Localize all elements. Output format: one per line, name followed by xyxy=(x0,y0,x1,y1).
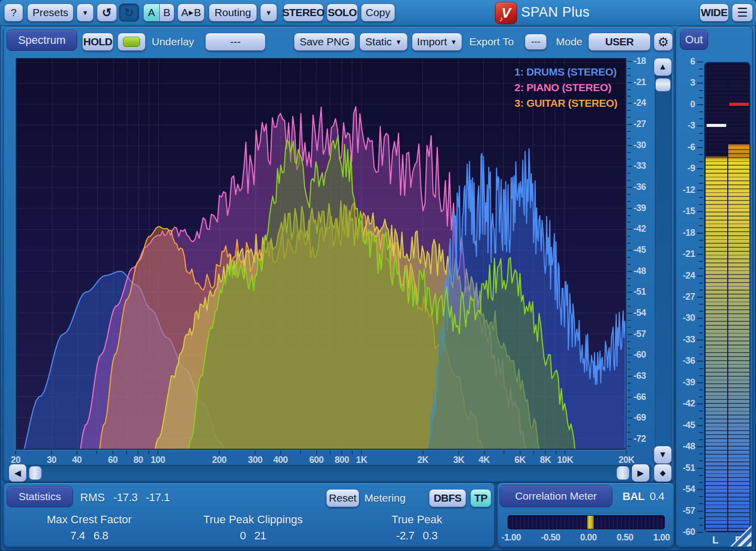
db-axis-tick xyxy=(627,348,631,349)
freq-axis-tick xyxy=(503,451,505,454)
db-axis-tick xyxy=(627,173,631,174)
db-axis-tick xyxy=(627,390,631,391)
freq-axis-tick xyxy=(138,451,139,454)
freq-axis-label: 4K xyxy=(479,455,490,465)
db-axis-tick xyxy=(627,159,631,160)
db-axis-label: -24 xyxy=(634,98,654,108)
db-axis-label: -42 xyxy=(634,224,654,234)
scroll-up-button[interactable]: ▲ xyxy=(654,58,672,76)
correlation-bar[interactable] xyxy=(508,515,665,529)
meter-tick xyxy=(699,354,703,355)
db-axis-tick xyxy=(627,180,631,181)
correlation-bar-hatch xyxy=(508,516,664,529)
v-scrollbar-track[interactable] xyxy=(655,58,672,466)
export-to-select[interactable]: --- xyxy=(525,34,547,50)
freq-axis-tick xyxy=(96,451,97,454)
ab-toggle-b[interactable]: B xyxy=(160,7,174,19)
db-axis-label: -30 xyxy=(634,140,654,151)
correlation-scale-label: 0.00 xyxy=(580,532,597,543)
tab-out[interactable]: Out xyxy=(680,30,708,50)
tab-spectrum[interactable]: Spectrum xyxy=(7,30,77,51)
db-axis-tick xyxy=(627,397,632,398)
down-triangle-icon: ▼ xyxy=(659,450,667,460)
meter-segments xyxy=(706,63,727,531)
db-axis-tick xyxy=(627,334,632,335)
static-dropdown[interactable]: Static▼ xyxy=(359,33,408,51)
help-button[interactable]: ? xyxy=(4,4,23,22)
meter-scale-label: -21 xyxy=(676,249,695,259)
db-axis-label: -45 xyxy=(634,245,654,255)
presets-button[interactable]: Presets xyxy=(27,4,74,22)
h-scrollbar-thumb-left[interactable] xyxy=(29,466,42,480)
meter-scale-label: 0 xyxy=(676,99,695,110)
underlay-select[interactable]: --- xyxy=(205,33,266,51)
dbfs-button[interactable]: DBFS xyxy=(429,489,466,507)
db-axis-tick xyxy=(627,264,631,265)
meter-tick xyxy=(697,61,703,62)
meter-scale-label: -15 xyxy=(676,206,695,217)
peak-marker-R xyxy=(729,103,749,106)
correlation-scale-label: 0.50 xyxy=(616,532,633,543)
routing-dropdown-button[interactable]: ▼ xyxy=(260,4,277,22)
scroll-left-button[interactable]: ◀ xyxy=(9,464,27,482)
left-triangle-icon: ◀ xyxy=(14,468,21,478)
import-dropdown[interactable]: Import▼ xyxy=(412,33,462,51)
mode-select[interactable]: USER xyxy=(588,33,651,51)
save-png-button[interactable]: Save PNG xyxy=(294,33,355,51)
scroll-down-button[interactable]: ▼ xyxy=(654,446,672,464)
h-scrollbar-track[interactable] xyxy=(9,465,652,481)
meter-tick xyxy=(699,183,703,184)
wide-button[interactable]: WIDE xyxy=(700,4,729,22)
tab-correlation-meter[interactable]: Correlation Meter xyxy=(499,485,612,507)
ab-toggle[interactable]: A B xyxy=(143,4,174,22)
span-plus-window: ? Presets ▼ ↺ ↻ A B A▶B Routing ▼ STEREO… xyxy=(0,0,756,551)
ab-toggle-a[interactable]: A xyxy=(144,4,160,21)
undo-button[interactable]: ↺ xyxy=(97,4,117,22)
v-scrollbar-thumb[interactable] xyxy=(655,78,671,92)
chevron-down-icon: ▼ xyxy=(451,38,457,46)
spectrum-display[interactable]: 1: DRUMS (STEREO)2: PIANO (STEREO)3: GUI… xyxy=(16,58,626,450)
meter-tick xyxy=(697,468,703,469)
correlation-scale-label: -1.00 xyxy=(501,532,521,543)
copy-button[interactable]: Copy xyxy=(361,4,395,22)
stereo-button[interactable]: STEREO xyxy=(283,4,324,22)
meter-tick xyxy=(697,318,703,319)
db-axis-tick xyxy=(627,313,632,314)
tp-button[interactable]: TP xyxy=(470,489,491,507)
freq-axis-tick xyxy=(564,451,565,454)
routing-button[interactable]: Routing xyxy=(209,4,257,22)
meter-scale-label: -6 xyxy=(676,142,695,153)
meter-tick xyxy=(699,90,703,91)
rms-left-value: -17.3 xyxy=(113,491,138,504)
redo-button[interactable]: ↻ xyxy=(119,4,139,22)
db-axis-tick xyxy=(627,432,631,433)
menu-button[interactable]: ☰ xyxy=(732,4,753,22)
chevron-down-icon: ▼ xyxy=(82,9,89,17)
tab-statistics[interactable]: Statistics xyxy=(7,486,73,507)
a-to-b-copy-button[interactable]: A▶B xyxy=(177,4,205,22)
settings-button[interactable]: ⚙ xyxy=(654,33,673,51)
scroll-right-button[interactable]: ▶ xyxy=(632,464,650,482)
freq-axis-tick xyxy=(626,451,627,454)
meter-scale-label: -54 xyxy=(676,484,695,495)
h-scrollbar-thumb-right[interactable] xyxy=(616,466,629,480)
meter-scale-label: -24 xyxy=(676,270,695,281)
db-axis-tick xyxy=(627,376,632,377)
freq-axis-label: 400 xyxy=(273,455,288,465)
solo-button[interactable]: SOLO xyxy=(327,4,358,22)
presets-dropdown-button[interactable]: ▼ xyxy=(77,4,94,22)
meter-bars[interactable] xyxy=(704,62,750,532)
reset-button[interactable]: Reset xyxy=(326,489,359,507)
rms-right-value: -17.1 xyxy=(146,491,170,504)
scroll-corner-button[interactable]: ◆ xyxy=(654,464,672,482)
spectrum-color-button[interactable] xyxy=(117,33,146,51)
hold-button[interactable]: HOLD xyxy=(82,33,113,51)
db-axis-label: -36 xyxy=(634,182,654,192)
meter-tick xyxy=(699,475,703,476)
db-axis-tick xyxy=(627,285,631,286)
freq-axis-tick xyxy=(112,451,113,454)
db-axis-tick xyxy=(627,89,631,90)
db-axis-tick xyxy=(627,110,631,111)
meter-scale-label: -12 xyxy=(676,185,695,195)
db-axis-tick xyxy=(627,201,631,202)
